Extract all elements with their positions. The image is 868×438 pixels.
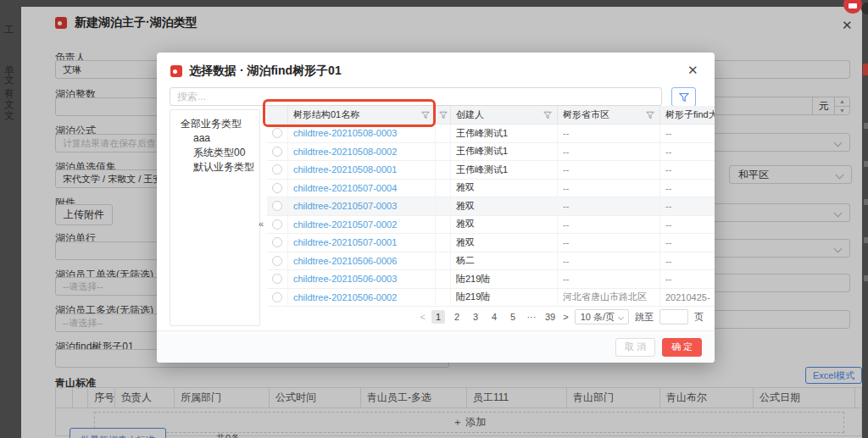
record-link[interactable]: childtree-20210506-0006	[293, 256, 397, 266]
record-link[interactable]: childtree-20210508-0002	[293, 147, 397, 157]
creator-column-label: 创建人	[456, 108, 484, 121]
province-value: --	[563, 237, 569, 247]
page-size-select[interactable]: 10 条/页	[575, 309, 629, 324]
right-strip-dot	[861, 3, 868, 14]
creator-value: 陆219陆	[456, 291, 490, 303]
radio-button[interactable]	[272, 256, 282, 266]
funnel-icon[interactable]	[543, 111, 552, 119]
jump-page-input[interactable]	[659, 309, 688, 324]
cancel-button[interactable]: 取 消	[615, 338, 655, 357]
creator-value: 雅双	[456, 181, 475, 194]
row-name-cell: childtree-20210507-0003	[288, 197, 436, 215]
record-link[interactable]: childtree-20210508-0001	[293, 164, 397, 175]
table-row[interactable]: childtree-20210506-0003 陆219陆 -- --	[267, 270, 715, 289]
record-link[interactable]: childtree-20210506-0003	[293, 274, 397, 284]
right-strip-mark	[864, 123, 868, 129]
radio-button[interactable]	[272, 274, 282, 284]
radio-button[interactable]	[272, 292, 282, 302]
pagination: < 12345···39 > 10 条/页 跳至 页	[157, 308, 704, 326]
modal-footer: 取 消 确 定	[157, 330, 715, 363]
radio-button[interactable]	[272, 164, 282, 175]
select-data-modal: 选择数据 · 湖泊find树形子01 ✕ 全部业务类型aaa系统类型00默认业务…	[157, 53, 715, 363]
record-link[interactable]: childtree-20210508-0003	[293, 128, 397, 138]
next-page-icon[interactable]: >	[563, 312, 568, 322]
creator-value: 雅双	[456, 236, 475, 249]
page-number-button[interactable]: ···	[525, 310, 538, 324]
row-radio-cell	[267, 125, 288, 142]
find-value: --	[665, 274, 671, 284]
row-name-cell: childtree-20210507-0001	[288, 234, 436, 252]
record-link[interactable]: childtree-20210506-0002	[293, 292, 397, 302]
row-creator-cell: 雅双	[451, 216, 558, 234]
funnel-icon[interactable]	[646, 111, 654, 119]
page-number-button[interactable]: 2	[450, 310, 464, 324]
table-row[interactable]: childtree-20210507-0001 雅双 -- --	[267, 234, 715, 252]
radio-button[interactable]	[272, 237, 282, 247]
page-number-button[interactable]: 1	[431, 310, 445, 324]
province-value: --	[563, 147, 569, 157]
find-value: 20210425-	[665, 292, 710, 302]
confirm-button[interactable]: 确 定	[662, 338, 702, 357]
prev-page-icon[interactable]: <	[420, 312, 426, 322]
tree-item[interactable]: 系统类型00	[170, 146, 259, 160]
row-creator-cell: 雅双	[451, 180, 558, 197]
table-row[interactable]: childtree-20210508-0001 王伟峰测试1 -- --	[267, 161, 715, 180]
app-logo-icon	[170, 65, 182, 77]
table-row[interactable]: childtree-20210506-0002 陆219陆 河北省唐山市路北区 …	[267, 289, 715, 308]
row-narrow-cell	[436, 180, 451, 197]
row-find-cell: --	[660, 216, 715, 234]
name-column-header: 树形结构01名称	[288, 106, 436, 124]
radio-button[interactable]	[272, 128, 282, 138]
radio-button[interactable]	[272, 183, 282, 193]
row-narrow-cell	[436, 289, 451, 307]
find-column-header: 树形子find大	[660, 106, 715, 124]
row-narrow-cell	[436, 143, 451, 161]
tree-item[interactable]: 全部业务类型	[170, 117, 259, 131]
row-find-cell: 20210425-	[660, 289, 715, 307]
row-name-cell: childtree-20210508-0002	[288, 143, 436, 161]
record-link[interactable]: childtree-20210507-0003	[293, 201, 397, 211]
table-row[interactable]: childtree-20210507-0002 雅双 -- --	[267, 216, 715, 235]
record-link[interactable]: childtree-20210507-0001	[293, 237, 397, 247]
page-number-button[interactable]: 5	[506, 310, 520, 324]
name-column-label: 树形结构01名称	[293, 108, 359, 121]
row-name-cell: childtree-20210506-0003	[288, 270, 436, 288]
creator-value: 雅双	[456, 200, 475, 213]
collapse-panel-icon[interactable]: «	[259, 219, 264, 229]
row-find-cell: --	[660, 252, 715, 270]
right-strip-mark	[864, 199, 868, 205]
tree-item[interactable]: 默认业务类型	[170, 160, 259, 175]
page-number-button[interactable]: 3	[469, 310, 482, 324]
table-row[interactable]: childtree-20210507-0004 雅双 -- --	[267, 180, 715, 198]
radio-button[interactable]	[272, 147, 282, 157]
row-find-cell: --	[660, 143, 715, 161]
right-strip-mark	[864, 237, 868, 243]
table-row[interactable]: childtree-20210506-0006 杨二 -- --	[267, 252, 715, 271]
radio-button[interactable]	[272, 219, 282, 230]
tree-item[interactable]: aaa	[170, 131, 259, 146]
jump-label: 跳至	[635, 311, 654, 324]
funnel-icon[interactable]	[421, 111, 430, 119]
row-radio-cell	[267, 289, 288, 307]
search-input[interactable]	[170, 87, 662, 106]
modal-close-icon[interactable]: ✕	[687, 64, 698, 76]
row-province-cell: --	[558, 234, 660, 252]
row-province-cell: --	[558, 125, 660, 142]
creator-value: 王伟峰测试1	[456, 127, 508, 140]
funnel-icon[interactable]	[439, 111, 448, 119]
row-radio-cell	[267, 252, 288, 270]
table-row[interactable]: childtree-20210507-0003 雅双 -- --	[267, 197, 715, 216]
table-row[interactable]: childtree-20210508-0002 王伟峰测试1 -- --	[267, 143, 715, 162]
modal-title: 选择数据 · 湖泊find树形子01	[189, 64, 342, 79]
table-row[interactable]: childtree-20210508-0003 王伟峰测试1 -- --	[267, 125, 715, 143]
radio-button[interactable]	[272, 201, 282, 211]
filter-button[interactable]	[671, 87, 696, 107]
page-number-button[interactable]: 4	[487, 310, 501, 324]
record-link[interactable]: childtree-20210507-0004	[293, 183, 397, 193]
row-narrow-cell	[436, 252, 451, 270]
record-link[interactable]: childtree-20210507-0002	[293, 219, 397, 230]
screen: 工 单 文 有 文 文 新建湖泊主子·湖泊类型 ✕ 负责人 湖泊整数 湖泊公式 …	[0, 0, 868, 438]
page-number-button[interactable]: 39	[543, 310, 557, 324]
province-value: --	[563, 183, 569, 193]
radio-column-header	[267, 106, 288, 124]
